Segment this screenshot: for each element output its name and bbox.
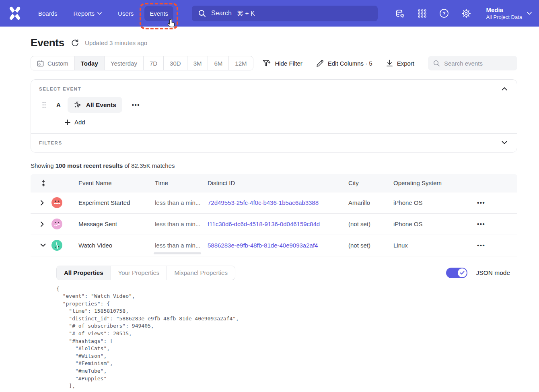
event-query-row: A All Events ••• [39,97,509,113]
chevron-right-icon [40,221,44,227]
events-table: Event Name Time Distinct ID City Operati… [31,174,517,256]
table-row: Message Sent less than a min... f11c30d6… [31,214,517,235]
select-event-section: SELECT EVENT A [31,80,517,133]
data-management-button[interactable] [395,8,405,18]
cell-time: less than a min... [155,242,208,249]
expand-row-button[interactable] [40,221,46,227]
column-header-city[interactable]: City [348,179,393,186]
sort-column-button[interactable] [40,179,47,187]
search-placeholder: Search [211,10,232,17]
nav-item-users[interactable]: Users [113,6,139,21]
drag-handle-icon[interactable] [42,101,46,108]
avatar-face-icon [53,220,61,228]
cell-distinct-id-link[interactable]: f11c30d6-dc6d-4518-9136-0d046159c84d [208,221,348,227]
nav-item-boards[interactable]: Boards [33,6,63,21]
nav-item-events[interactable]: Events [144,6,173,21]
edit-columns-button[interactable]: Edit Columns · 5 [316,60,372,67]
global-search-input[interactable]: Search ⌘ + K [192,6,378,21]
nav-item-label: Boards [38,10,58,17]
date-option-30d[interactable]: 30D [164,56,187,70]
apps-grid-button[interactable] [417,8,427,18]
date-option-label: 3M [193,60,202,67]
refresh-button[interactable] [71,39,79,47]
column-header-time[interactable]: Time [155,179,208,186]
event-selector-button[interactable]: All Events [68,97,122,113]
download-icon [386,60,393,67]
nav-item-label: Events [150,10,168,17]
cell-os: iPhone OS [393,221,458,227]
column-header-distinct-id[interactable]: Distinct ID [208,179,348,186]
results-suffix: of 82.35K matches [123,162,175,169]
filters-label: FILTERS [39,140,62,145]
search-icon [433,60,440,67]
cell-event-name: Watch Video [78,242,155,249]
row-more-button[interactable]: ••• [458,199,517,206]
cell-os: Linux [393,242,458,249]
export-label: Export [397,60,414,67]
nav-item-label: Users [118,10,134,17]
row-more-button[interactable]: ••• [458,242,517,249]
mixpanel-logo[interactable] [4,5,26,21]
help-icon: ? [439,8,449,18]
query-builder-card: SELECT EVENT A [31,79,517,153]
hide-filter-label: Hide Filter [275,60,302,67]
table-header-row: Event Name Time Distinct ID City Operati… [31,174,517,192]
chevron-down-icon [502,141,507,144]
nav-item-reports[interactable]: Reports [68,6,107,21]
add-event-button[interactable]: Add [65,119,85,126]
collapse-select-event-button[interactable] [500,86,509,91]
event-avatar [51,219,62,229]
cell-event-name: Message Sent [78,221,155,227]
date-option-yesterday[interactable]: Yesterday [105,56,144,70]
last-updated-text: Updated 3 minutes ago [85,39,147,46]
search-shortcut: ⌘ + K [237,10,255,17]
date-option-6m[interactable]: 6M [208,56,229,70]
event-row-more-button[interactable]: ••• [130,100,142,110]
column-header-event-name[interactable]: Event Name [78,179,155,186]
json-mode-toggle[interactable] [446,268,467,278]
results-prefix: Showing [31,162,56,169]
date-option-label: 30D [170,60,181,67]
event-avatar [51,197,62,208]
search-events-input[interactable]: Search events [428,56,517,70]
column-header-os[interactable]: Operating System [393,179,458,186]
cell-event-name: Experiment Started [78,199,155,206]
tab-your-properties[interactable]: Your Properties [111,266,167,280]
tab-all-properties[interactable]: All Properties [57,266,111,280]
cell-distinct-id-link[interactable]: 72d49553-25fc-4f0c-b436-1b5ac6ab3388 [208,199,348,206]
sort-arrows-icon [40,179,47,187]
filters-section: FILTERS [31,134,517,152]
export-button[interactable]: Export [386,60,414,67]
project-scope: All Project Data [486,14,522,21]
database-gear-icon [395,8,405,19]
help-button[interactable]: ? [439,8,449,18]
search-icon [198,10,206,17]
project-switcher[interactable]: Media All Project Data [486,6,532,21]
expand-row-button[interactable] [40,200,46,206]
horizontal-scrollbar-thumb[interactable] [154,252,201,254]
date-option-custom[interactable]: Custom [31,56,75,70]
edit-columns-label: Edit Columns · 5 [328,60,372,67]
settings-button[interactable] [461,8,471,18]
gear-icon [461,8,471,19]
avatar-face-icon [53,199,61,207]
date-option-today[interactable]: Today [75,56,105,70]
hide-filter-button[interactable]: Hide Filter [263,60,302,67]
collapse-row-button[interactable] [40,243,46,247]
row-more-button[interactable]: ••• [458,221,517,227]
event-detail-panel: All Properties Your Properties Mixpanel … [31,266,517,390]
date-option-12m[interactable]: 12M [229,56,253,70]
date-option-label: Today [81,60,98,67]
date-option-7d[interactable]: 7D [144,56,164,70]
tab-mixpanel-properties[interactable]: Mixpanel Properties [167,266,235,280]
table-row-expanded: Watch Video less than a min... 5886283e-… [31,235,517,256]
cell-time: less than a min... [155,199,208,206]
cell-distinct-id-link[interactable]: 5886283e-e9fb-48fb-81de-40e9093a2af4 [208,242,348,249]
expand-filters-button[interactable] [500,140,509,145]
results-summary: Showing 100 most recent results of 82.35… [31,162,517,169]
pencil-icon [316,60,324,67]
nav-item-label: Reports [74,10,95,17]
tab-label: Mixpanel Properties [174,269,228,276]
date-option-3m[interactable]: 3M [187,56,208,70]
date-option-label: 6M [214,60,222,67]
